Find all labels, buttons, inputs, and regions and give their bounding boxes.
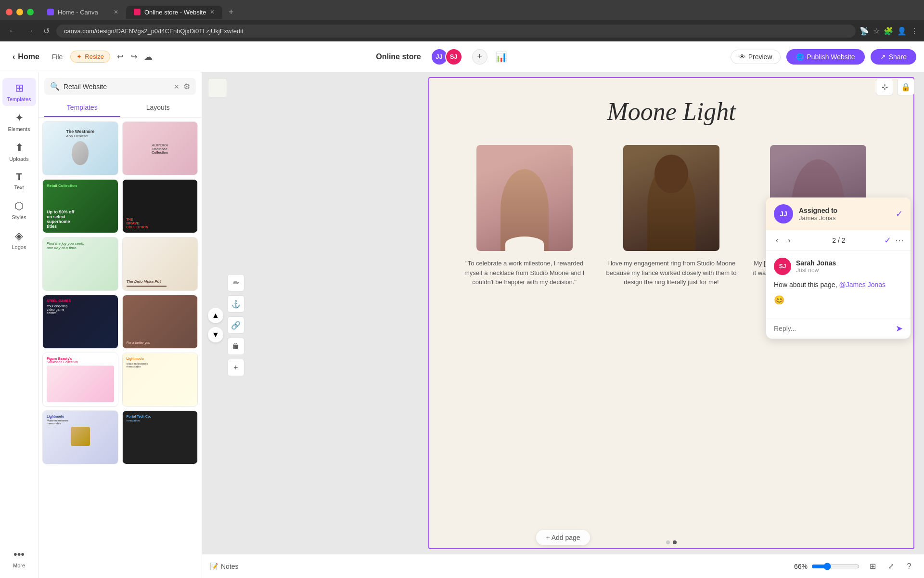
file-button[interactable]: File: [48, 51, 67, 63]
reply-send-button[interactable]: ➤: [896, 323, 903, 334]
bookmark-icon[interactable]: ☆: [873, 26, 880, 36]
scroll-up-button[interactable]: ▲: [208, 308, 223, 323]
elements-icon: ✦: [15, 112, 24, 124]
zoom-slider[interactable]: [811, 563, 860, 570]
template-card-11[interactable]: Lightmodo Make milestonesmemorable: [42, 410, 118, 464]
zoom-controls: 66%: [794, 563, 860, 570]
menu-icon[interactable]: ⋮: [911, 26, 918, 36]
comment-prev-button[interactable]: ‹: [773, 235, 781, 246]
home-button[interactable]: ‹ Home: [8, 50, 44, 64]
sidebar-item-templates[interactable]: ⊞ Templates: [2, 78, 36, 106]
bottom-bar: 📝 Notes 66% ⊞ ⤢ ?: [202, 554, 924, 578]
extensions-icon[interactable]: 🧩: [884, 26, 893, 36]
tab-online-store[interactable]: Online store - Website ✕: [126, 6, 222, 19]
maximize-window-button[interactable]: [27, 9, 34, 15]
preview-icon: 👁: [739, 53, 745, 61]
canvas-area: ⊹ 🔒 ▲ ▼ ✏ ⚓ 🔗 🗑 + Moone Light: [202, 72, 924, 578]
tab-canva[interactable]: Home - Canva ✕: [39, 6, 126, 19]
comment-next-button[interactable]: ›: [785, 235, 793, 246]
add-page-button[interactable]: + Add page: [536, 530, 590, 545]
tab-templates[interactable]: Templates: [44, 99, 120, 117]
tool-cursor[interactable]: ✏: [227, 274, 244, 291]
preview-button[interactable]: 👁 Preview: [731, 50, 781, 64]
refresh-button[interactable]: ↺: [40, 25, 52, 38]
resize-label: Resize: [85, 53, 104, 60]
sidebar-item-more[interactable]: ••• More: [2, 544, 36, 572]
store-tab-close[interactable]: ✕: [210, 9, 215, 15]
sidebar-item-styles[interactable]: ⬡ Styles: [2, 196, 36, 224]
notes-icon: 📝: [210, 563, 218, 570]
template-card-6[interactable]: The Delo Moka Pot: [122, 237, 198, 291]
cloud-sync-button[interactable]: ☁: [144, 52, 153, 62]
url-bar[interactable]: canva.com/design/DAFNVgs2_p0/f4CFnbQjxDi…: [56, 25, 856, 38]
undo-redo-controls: ↩ ↪: [114, 50, 140, 63]
share-button[interactable]: ↗ Share: [871, 49, 916, 65]
forward-button[interactable]: →: [23, 25, 37, 37]
elements-label: Elements: [8, 126, 30, 132]
canva-tab-close[interactable]: ✕: [114, 9, 118, 15]
fullscreen-button[interactable]: ⤢: [884, 559, 898, 574]
new-tab-button[interactable]: +: [224, 5, 238, 19]
templates-panel: 🔍 ✕ ⚙ Templates Layouts The Westmire A56…: [38, 72, 202, 578]
nav-icons: 📡 ☆ 🧩 👤 ⋮: [860, 26, 918, 36]
template-card-5[interactable]: Find the joy you seek,one day at a time.: [42, 237, 118, 291]
template-card-8[interactable]: For a better you: [122, 295, 198, 349]
redo-button[interactable]: ↪: [128, 50, 140, 63]
analytics-button[interactable]: 📊: [495, 51, 507, 63]
comment-panel: JJ Assigned to James Jonas ✓ ‹ › 2 / 2 ✓…: [766, 197, 911, 339]
grid-view-button[interactable]: ⊞: [865, 559, 880, 574]
undo-button[interactable]: ↩: [114, 50, 126, 63]
comment-nav-more[interactable]: ⋯: [895, 235, 904, 246]
search-icon: 🔍: [50, 82, 60, 91]
comment-emoji-reaction[interactable]: 😊: [774, 295, 903, 305]
scroll-down-button[interactable]: ▼: [208, 327, 223, 342]
search-filter-button[interactable]: ⚙: [183, 82, 190, 91]
tool-add[interactable]: +: [227, 359, 244, 376]
assign-check-icon[interactable]: ✓: [896, 209, 903, 219]
template-card-9[interactable]: Figuro Beauty's Sunkissed Collection: [42, 353, 118, 407]
resize-button[interactable]: ✦ Resize: [70, 51, 110, 63]
canvas-lock-button[interactable]: 🔒: [897, 78, 914, 95]
tool-anchor[interactable]: ⚓: [227, 295, 244, 313]
panel-content: The Westmire A56 Headset AURORA Radiance…: [38, 118, 202, 578]
color-picker-box[interactable]: [208, 78, 227, 97]
comment-mention[interactable]: @James Jonas: [839, 281, 886, 289]
reply-input[interactable]: [774, 325, 892, 332]
tab-layouts[interactable]: Layouts: [120, 99, 196, 117]
comment-body: SJ Sarah Jonas Just now How about this p…: [766, 251, 911, 318]
search-clear-button[interactable]: ✕: [174, 83, 180, 91]
avatar-sj[interactable]: SJ: [445, 48, 462, 66]
sidebar-item-uploads[interactable]: ⬆ Uploads: [2, 138, 36, 166]
cast-icon[interactable]: 📡: [860, 26, 869, 36]
minimize-window-button[interactable]: [16, 9, 23, 15]
template-card-4[interactable]: THE BRAVE COLLECTION: [122, 179, 198, 233]
sidebar-item-elements[interactable]: ✦ Elements: [2, 108, 36, 136]
help-button[interactable]: ?: [902, 559, 916, 574]
tool-link[interactable]: 🔗: [227, 316, 244, 334]
canvas-toolbar: ✏ ⚓ 🔗 🗑 +: [227, 274, 244, 376]
template-card-10[interactable]: Lightmodo Make milestonesmemorable: [122, 353, 198, 407]
close-window-button[interactable]: [6, 9, 13, 15]
comment-counter: 2 / 2: [797, 236, 880, 244]
search-input[interactable]: [64, 83, 170, 91]
template-card-7[interactable]: STEEL GAMES Your one-stopvideo gamecente…: [42, 295, 118, 349]
assign-text: Assigned to James Jonas: [799, 207, 890, 222]
add-collaborator-button[interactable]: +: [472, 49, 488, 65]
template-card-12[interactable]: Portal Tech Co. Innovation: [122, 410, 198, 464]
comment-nav-check[interactable]: ✓: [884, 235, 891, 246]
logos-icon: ◈: [15, 230, 23, 242]
sidebar-item-text[interactable]: T Text: [2, 168, 36, 194]
back-button[interactable]: ←: [6, 25, 19, 37]
tool-delete[interactable]: 🗑: [227, 338, 244, 355]
template-card-3[interactable]: Retail Collection Up to 50% offon select…: [42, 179, 118, 233]
template-card-2[interactable]: AURORA Radiance Collection: [122, 121, 198, 175]
sidebar-item-logos[interactable]: ◈ Logos: [2, 226, 36, 254]
templates-icon: ⊞: [15, 82, 24, 94]
canvas-tool-icon[interactable]: ⊹: [876, 78, 893, 95]
store-tab-label: Online store - Website: [144, 9, 206, 16]
preview-label: Preview: [748, 53, 772, 61]
publish-button[interactable]: 🌐 Publish Website: [786, 49, 865, 65]
profile-icon[interactable]: 👤: [897, 26, 907, 36]
template-card-1[interactable]: The Westmire A56 Headset: [42, 121, 118, 175]
notes-button[interactable]: 📝 Notes: [210, 563, 239, 570]
